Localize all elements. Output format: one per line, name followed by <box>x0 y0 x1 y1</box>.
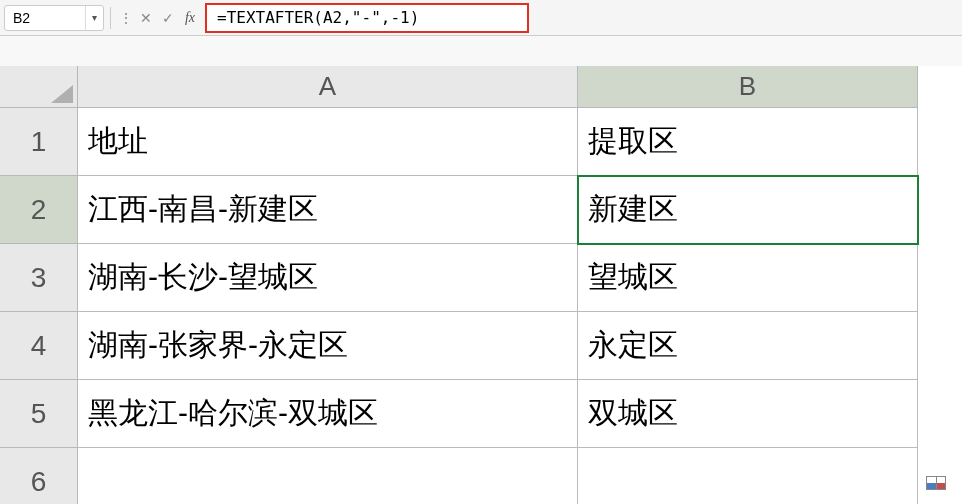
cell-A1[interactable]: 地址 <box>78 108 578 176</box>
cell-B3[interactable]: 望城区 <box>578 244 918 312</box>
row-header-5[interactable]: 5 <box>0 380 78 448</box>
insert-function-button[interactable]: fx <box>179 7 201 29</box>
formula-bar: ▾ ⋮ ✕ ✓ fx <box>0 0 962 36</box>
row-header-6[interactable]: 6 <box>0 448 78 504</box>
name-box[interactable] <box>5 6 85 30</box>
cancel-formula-button[interactable]: ✕ <box>135 7 157 29</box>
name-box-wrap: ▾ <box>4 5 104 31</box>
select-all-corner[interactable] <box>0 66 78 108</box>
row-header-1[interactable]: 1 <box>0 108 78 176</box>
cell-A5[interactable]: 黑龙江-哈尔滨-双城区 <box>78 380 578 448</box>
cell-B4[interactable]: 永定区 <box>578 312 918 380</box>
cell-B2[interactable]: 新建区 <box>578 176 918 244</box>
row-header-4[interactable]: 4 <box>0 312 78 380</box>
formula-input[interactable] <box>207 5 497 31</box>
row-header-2[interactable]: 2 <box>0 176 78 244</box>
quick-analysis-icon[interactable] <box>926 476 946 490</box>
divider <box>110 7 111 29</box>
cell-A3[interactable]: 湖南-长沙-望城区 <box>78 244 578 312</box>
cell-A2[interactable]: 江西-南昌-新建区 <box>78 176 578 244</box>
formula-input-highlight <box>205 3 529 33</box>
spacer <box>0 36 962 66</box>
cell-A4[interactable]: 湖南-张家界-永定区 <box>78 312 578 380</box>
confirm-formula-button[interactable]: ✓ <box>157 7 179 29</box>
more-dots-icon[interactable]: ⋮ <box>117 10 135 26</box>
column-header-A[interactable]: A <box>78 66 578 108</box>
column-header-B[interactable]: B <box>578 66 918 108</box>
name-box-dropdown-icon[interactable]: ▾ <box>85 6 103 30</box>
cell-B1[interactable]: 提取区 <box>578 108 918 176</box>
spreadsheet-grid: A B 1 地址 提取区 2 江西-南昌-新建区 新建区 3 湖南-长沙-望城区… <box>0 66 962 504</box>
cell-B6[interactable] <box>578 448 918 504</box>
row-header-3[interactable]: 3 <box>0 244 78 312</box>
cell-A6[interactable] <box>78 448 578 504</box>
cell-B5[interactable]: 双城区 <box>578 380 918 448</box>
